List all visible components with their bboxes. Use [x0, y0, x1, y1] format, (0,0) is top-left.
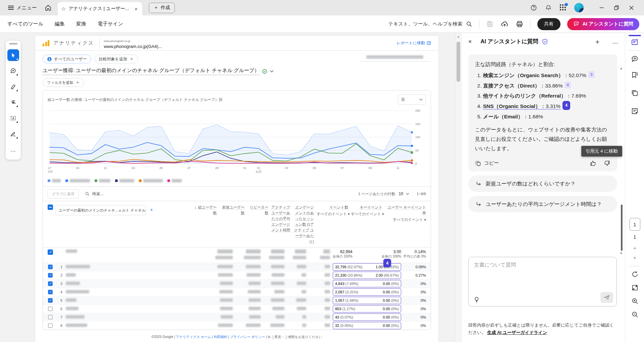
app-menu-button[interactable]: メニュー: [5, 5, 40, 11]
panel-options-button[interactable]: …: [612, 38, 618, 45]
citation-4-badge[interactable]: 4: [383, 259, 391, 267]
citation-badge[interactable]: 3: [588, 71, 594, 78]
create-tab-button[interactable]: ＋ 作成: [149, 3, 175, 13]
comment-tool[interactable]: [7, 65, 19, 77]
totals-checkbox[interactable]: [48, 249, 53, 255]
column-header-3[interactable]: アクティブ ユーザーあたりの平均エンゲージメント時間: [268, 205, 290, 244]
legend-item-redacted[interactable]: [115, 179, 134, 182]
close-button[interactable]: [624, 0, 639, 15]
document-scrollbar[interactable]: ▲: [455, 33, 461, 342]
legend-item-redacted[interactable]: [65, 179, 90, 182]
users-trend-chart[interactable]: 0501001502001710月192123252729310111月0305…: [48, 106, 430, 177]
ai-question-input[interactable]: 文書について質問: [468, 257, 617, 306]
add-comparison-pill[interactable]: 比較対象を追加 ＋: [95, 55, 138, 63]
legend-item-redacted[interactable]: [48, 179, 61, 182]
ai-assistant-button[interactable]: AI アシスタントに質問: [567, 18, 639, 30]
zoom-out-button[interactable]: [625, 308, 644, 321]
row-checkbox[interactable]: [48, 315, 53, 320]
table-row[interactable]: 6803 (1.27%)0.00 (0%)0%: [43, 304, 431, 313]
event-column-header-0[interactable]: イベント数すべてのイベント ▾: [314, 205, 348, 244]
scrollbar-thumb[interactable]: [457, 42, 460, 82]
notifications-button[interactable]: [545, 4, 552, 11]
chevron-down-icon[interactable]: [270, 69, 274, 73]
bookmarks-rail-button[interactable]: [625, 68, 644, 81]
ai-scroll-up-arrow[interactable]: ▲: [620, 66, 623, 70]
row-checkbox[interactable]: [48, 282, 53, 286]
pages-rail-button[interactable]: [625, 86, 644, 100]
help-button[interactable]: [530, 4, 537, 11]
avatar[interactable]: [574, 3, 584, 12]
column-header-0[interactable]: ↓ 総ユーザー数: [191, 205, 217, 244]
go-to-report-link[interactable]: レポートに移動: [396, 40, 431, 46]
ai-scrollbar-thumb[interactable]: [621, 205, 623, 251]
property-selector[interactable]: www.phonogram.co.jp www.phonogram.co.jp(…: [99, 37, 162, 49]
dimension-select[interactable]: ユーザーの最初のメインのチャネ...ォルト チャネル グループ): [56, 205, 146, 215]
table-row[interactable]: 34,843 (7.69%)0.00 (0%)0%: [43, 279, 431, 288]
global-search-field[interactable]: テキスト、ツール、ヘルプを検索: [388, 21, 472, 27]
suggested-question-1[interactable]: 新規ユーザの数はどれくらいですか？: [468, 175, 617, 192]
thumbs-down-icon[interactable]: [604, 160, 610, 167]
plot-rows-button[interactable]: グラフに表示: [48, 189, 79, 198]
sign-tool[interactable]: [7, 128, 19, 140]
table-row[interactable]: 832 (0.05%)0.00 (0%)0%: [43, 321, 431, 330]
toolbar-menu-1[interactable]: 編集: [55, 21, 65, 27]
column-header-1[interactable]: 新規ユーザー数: [217, 205, 245, 244]
legend-item-redacted[interactable]: [95, 179, 110, 182]
text-box-tool[interactable]: A: [7, 112, 19, 124]
row-checkbox[interactable]: [48, 324, 53, 328]
select-tool[interactable]: [7, 49, 19, 61]
tab-close-icon[interactable]: ×: [133, 6, 139, 12]
row-checkbox[interactable]: [48, 265, 53, 270]
legend-item-redacted[interactable]: [167, 179, 182, 182]
zoom-in-button[interactable]: [625, 294, 644, 308]
citation-badge[interactable]: 4: [565, 81, 571, 89]
event-column-header-2[interactable]: ユーザー キーイベント率すべてのイベント ▾: [382, 205, 426, 244]
column-header-2[interactable]: リピーター数: [245, 205, 268, 244]
add-dimension-button[interactable]: ＋: [149, 207, 154, 213]
scroll-up-arrow[interactable]: ▲: [455, 35, 461, 38]
table-row[interactable]: 132,799 (52.07%)1.00 (33.33%)0.09%: [43, 263, 431, 271]
share-cloud-button[interactable]: [501, 20, 509, 28]
legend-item-redacted[interactable]: [139, 179, 163, 182]
analytics-home-link[interactable]: アナリティクス ホーム: [176, 335, 211, 339]
rows-per-page-control[interactable]: 1 ページあたりの行数: 10: [358, 191, 409, 196]
minimize-button[interactable]: [594, 0, 609, 15]
toolbar-menu-3[interactable]: 電子サイン: [98, 21, 123, 27]
rotate-page-button[interactable]: [625, 268, 644, 281]
row-checkbox[interactable]: [48, 307, 53, 311]
apps-grid-button[interactable]: [559, 4, 567, 11]
row-checkbox[interactable]: [48, 290, 53, 295]
suggested-question-2[interactable]: ユーザーあたりの平均エンゲージメント時間は？: [468, 196, 617, 212]
data-quality-icon[interactable]: [262, 69, 267, 74]
date-range-selector-redacted[interactable]: [359, 55, 430, 62]
attachments-rail-button[interactable]: [625, 104, 644, 118]
panel-close-icon[interactable]: ×: [468, 38, 472, 45]
row-checkbox[interactable]: [48, 298, 53, 303]
row-checkbox[interactable]: [48, 273, 53, 278]
guideline-link[interactable]: 生成 AI ユーザーガイドライン: [487, 330, 547, 335]
send-button[interactable]: [600, 292, 613, 303]
highlight-tool[interactable]: [7, 81, 19, 93]
granularity-select[interactable]: 日: [398, 95, 426, 105]
report-title[interactable]: ユーザー獲得: ユーザーの最初のメインのチャネル グループ（デフォルト チャネル…: [43, 67, 259, 75]
next-page-chevron[interactable]: ▼: [633, 255, 637, 261]
page-number-box[interactable]: 1: [630, 218, 640, 231]
terms-link[interactable]: 利用規約: [214, 335, 227, 339]
table-search-field[interactable]: 検索...: [85, 191, 104, 197]
table-row[interactable]: 743 (0.07%)0.00 (0%)0%: [43, 313, 431, 321]
citation-badge[interactable]: 4: [562, 101, 570, 110]
column-header-4[interactable]: エンゲージメントのあったセッション数 (1アクティブ ユーザーあたり): [290, 205, 314, 244]
print-button[interactable]: [516, 20, 524, 28]
table-row[interactable]: 221,330 (33.86%)2.00 (66.67%)0.27%: [43, 271, 431, 279]
previous-page-chevron[interactable]: ▲: [633, 245, 637, 250]
star-icon[interactable]: ☆: [61, 6, 66, 12]
copy-response-button[interactable]: コピー: [475, 160, 499, 166]
add-filter-pill[interactable]: フィルタを追加 ＋: [43, 78, 84, 87]
draw-tool[interactable]: [7, 97, 19, 108]
toolbar-menu-0[interactable]: すべてのツール: [7, 21, 43, 27]
select-all-checkbox[interactable]: [48, 205, 53, 210]
ai-assistant-rail-button[interactable]: [625, 36, 644, 49]
privacy-link[interactable]: プライバシー ポリシー: [230, 335, 265, 339]
document-tab[interactable]: ☆ アナリティクス | ユーザー... ×: [58, 2, 142, 15]
save-button[interactable]: [486, 20, 494, 28]
